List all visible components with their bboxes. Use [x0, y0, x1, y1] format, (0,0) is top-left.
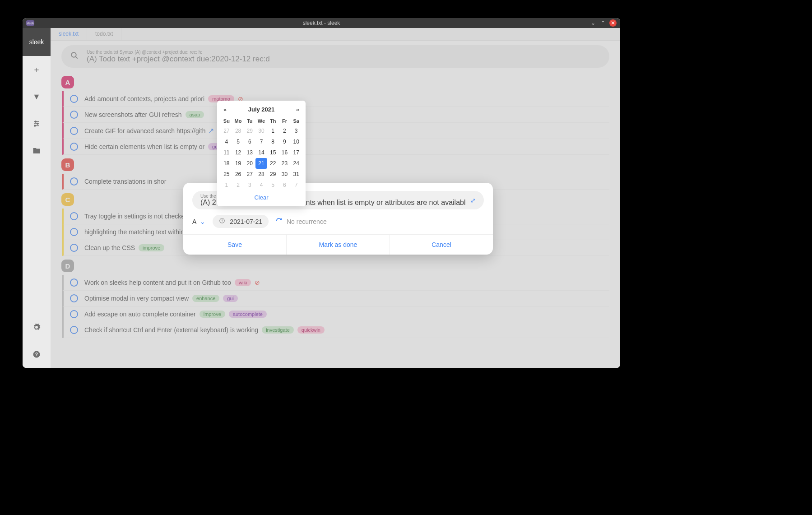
calendar-day[interactable]: 28 — [232, 125, 244, 136]
calendar-day[interactable]: 21 — [255, 158, 267, 169]
settings-icon[interactable] — [23, 314, 51, 341]
app-icon: sleek — [26, 20, 34, 26]
help-icon[interactable]: ? — [23, 341, 51, 368]
calendar-day[interactable]: 29 — [244, 125, 255, 136]
app-window: sleek sleek.txt - sleek ⌄ ⌃ ✕ sleek ＋ ▼ … — [23, 18, 620, 368]
calendar-day[interactable]: 2 — [232, 180, 244, 190]
add-icon[interactable]: ＋ — [23, 56, 51, 83]
calendar-day[interactable]: 29 — [267, 169, 279, 180]
cancel-button[interactable]: Cancel — [390, 235, 493, 255]
calendar-day[interactable]: 23 — [279, 158, 291, 169]
calendar-day[interactable]: 31 — [290, 169, 302, 180]
calendar-day[interactable]: 6 — [279, 180, 291, 190]
calendar-day[interactable]: 24 — [290, 158, 302, 169]
calendar-day[interactable]: 30 — [255, 125, 267, 136]
calendar-day[interactable]: 15 — [267, 147, 279, 158]
clock-icon — [219, 218, 225, 225]
calendar-day[interactable]: 4 — [255, 180, 267, 190]
calendar-day[interactable]: 30 — [279, 169, 291, 180]
maximize-button[interactable]: ⌃ — [599, 19, 607, 27]
folder-icon[interactable] — [23, 137, 51, 164]
datepicker-month: July 2021 — [248, 106, 275, 113]
date-field[interactable]: 2021-07-21 — [213, 215, 269, 228]
svg-point-4 — [37, 123, 38, 125]
save-button[interactable]: Save — [183, 235, 287, 255]
calendar-day[interactable]: 4 — [221, 136, 232, 147]
calendar-day[interactable]: 3 — [244, 180, 255, 190]
prev-month-button[interactable]: « — [223, 106, 227, 113]
main-content: sleek.txttodo.txt Use the todo.txt Synta… — [51, 28, 620, 368]
recurrence-field[interactable]: No recurrence — [276, 218, 327, 225]
chevron-down-icon: ⌄ — [200, 218, 205, 225]
weekday-label: Su — [221, 116, 232, 125]
calendar-day[interactable]: 14 — [255, 147, 267, 158]
calendar-day[interactable]: 28 — [255, 169, 267, 180]
sliders-icon[interactable] — [23, 110, 51, 137]
minimize-button[interactable]: ⌄ — [589, 19, 597, 27]
svg-text:?: ? — [35, 352, 38, 357]
calendar-day[interactable]: 10 — [290, 136, 302, 147]
logo: sleek — [23, 28, 51, 56]
calendar-day[interactable]: 8 — [267, 136, 279, 147]
expand-icon[interactable]: ⤢ — [470, 197, 476, 204]
calendar-day[interactable]: 7 — [255, 136, 267, 147]
refresh-icon — [276, 218, 282, 225]
clear-date-button[interactable]: Clear — [221, 190, 302, 202]
calendar-day[interactable]: 3 — [290, 125, 302, 136]
calendar-day[interactable]: 5 — [267, 180, 279, 190]
calendar-day[interactable]: 20 — [244, 158, 255, 169]
calendar-day[interactable]: 26 — [232, 169, 244, 180]
next-month-button[interactable]: » — [296, 106, 299, 113]
calendar-day[interactable]: 7 — [290, 180, 302, 190]
sidebar: sleek ＋ ▼ ? — [23, 28, 51, 368]
weekday-label: Tu — [244, 116, 255, 125]
calendar-day[interactable]: 25 — [221, 169, 232, 180]
window-title: sleek.txt - sleek — [303, 20, 340, 26]
mark-done-button[interactable]: Mark as done — [287, 235, 390, 255]
weekday-label: Mo — [232, 116, 244, 125]
weekday-label: We — [255, 116, 267, 125]
calendar-day[interactable]: 16 — [279, 147, 291, 158]
calendar-day[interactable]: 2 — [279, 125, 291, 136]
calendar-day[interactable]: 6 — [244, 136, 255, 147]
calendar-day[interactable]: 12 — [232, 147, 244, 158]
calendar-day[interactable]: 1 — [267, 125, 279, 136]
weekday-label: Sa — [290, 116, 302, 125]
calendar-day[interactable]: 19 — [232, 158, 244, 169]
close-button[interactable]: ✕ — [609, 19, 617, 27]
calendar-day[interactable]: 1 — [221, 180, 232, 190]
calendar-day[interactable]: 18 — [221, 158, 232, 169]
svg-point-3 — [35, 121, 36, 122]
titlebar: sleek sleek.txt - sleek ⌄ ⌃ ✕ — [23, 18, 620, 28]
calendar-day[interactable]: 27 — [221, 125, 232, 136]
calendar-day[interactable]: 22 — [267, 158, 279, 169]
calendar-day[interactable]: 13 — [244, 147, 255, 158]
calendar-day[interactable]: 11 — [221, 147, 232, 158]
weekday-label: Fr — [279, 116, 291, 125]
datepicker: « July 2021 » SuMoTuWeThFrSa272829301234… — [217, 101, 306, 206]
svg-point-5 — [34, 125, 36, 126]
calendar-day[interactable]: 5 — [232, 136, 244, 147]
calendar-day[interactable]: 17 — [290, 147, 302, 158]
weekday-label: Th — [267, 116, 279, 125]
filter-icon[interactable]: ▼ — [23, 83, 51, 110]
calendar-day[interactable]: 9 — [279, 136, 291, 147]
priority-select[interactable]: A ⌄ — [192, 218, 205, 225]
calendar-day[interactable]: 27 — [244, 169, 255, 180]
